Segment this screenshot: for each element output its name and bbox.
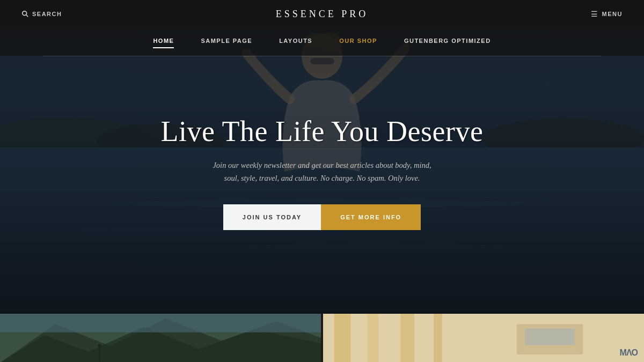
svg-rect-23: [367, 314, 378, 362]
search-icon: [21, 10, 29, 18]
join-us-button[interactable]: JOIN US TODAY: [223, 204, 321, 230]
nav-sample-page[interactable]: SAMPLE PAGE: [201, 38, 252, 46]
nav-gutenberg[interactable]: GUTENBERG OPTIMIZED: [404, 38, 491, 46]
menu-area[interactable]: ☰ MENU: [591, 10, 623, 19]
svg-rect-28: [525, 328, 575, 345]
mountain-scene: [0, 314, 321, 362]
menu-label: MENU: [602, 11, 623, 17]
nav-our-shop[interactable]: OUR SHOP: [339, 38, 377, 46]
hero-buttons: JOIN US TODAY GET MORE INFO: [223, 204, 421, 230]
site-title: ESSENCE PRO: [276, 9, 369, 20]
svg-point-18: [98, 344, 101, 347]
svg-point-0: [23, 11, 27, 16]
nav-divider: [43, 56, 601, 56]
items-scene: [323, 314, 644, 362]
menu-icon: ☰: [591, 10, 598, 19]
nav-home[interactable]: HOME: [153, 38, 174, 46]
svg-rect-19: [0, 314, 321, 333]
search-area[interactable]: SEARCH: [21, 10, 62, 18]
hero-subtitle: Join our weekly newsletter and get our b…: [209, 159, 435, 185]
card-mountains[interactable]: [0, 314, 321, 362]
card-items[interactable]: [323, 314, 644, 362]
svg-rect-24: [400, 314, 414, 362]
bottom-cards: [0, 314, 644, 362]
svg-line-1: [26, 15, 28, 17]
hero-title: Live The Life You Deserve: [161, 116, 484, 147]
nav-layouts[interactable]: LAYOUTS: [279, 38, 312, 46]
get-more-info-button[interactable]: GET MORE INFO: [321, 204, 421, 230]
nav-bar: HOME SAMPLE PAGE LAYOUTS OUR SHOP GUTENB…: [0, 28, 644, 56]
watermark-text: MΛO: [620, 348, 638, 357]
svg-rect-25: [434, 314, 442, 362]
top-bar: SEARCH ESSENCE PRO ☰ MENU: [0, 0, 644, 28]
watermark: MΛO: [620, 348, 638, 358]
search-label: SEARCH: [32, 11, 62, 17]
svg-rect-22: [334, 314, 351, 362]
